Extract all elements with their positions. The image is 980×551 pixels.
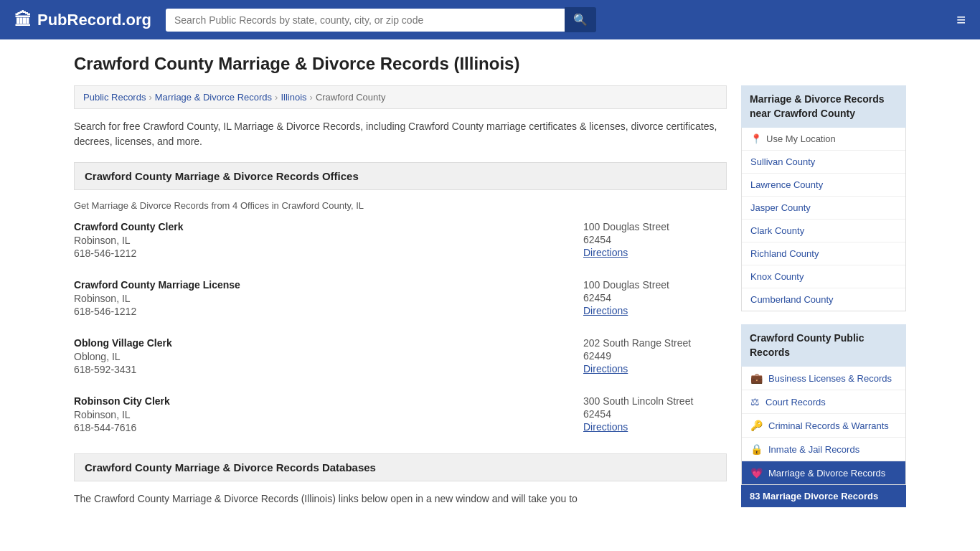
office-zip: 62454 <box>583 292 727 303</box>
breadcrumb-current: Crawford County <box>316 92 386 103</box>
sidebar-item-richland[interactable]: Richland County <box>742 242 905 265</box>
main-container: Crawford County Marriage & Divorce Recor… <box>60 39 920 522</box>
sidebar-nearby-list: 📍 Use My Location Sullivan County Lawren… <box>741 128 906 311</box>
office-name: Robinson City Clerk <box>74 395 555 407</box>
office-address: 100 Douglas Street <box>583 221 727 232</box>
sidebar-public-records-header: Crawford County Public Records <box>741 324 906 367</box>
site-header: 🏛 PubRecord.org 🔍 ≡ <box>0 0 980 39</box>
heart-icon: 💗 <box>750 467 763 479</box>
offices-count: Get Marriage & Divorce Records from 4 Of… <box>74 200 727 211</box>
logo-icon: 🏛 <box>14 10 32 30</box>
directions-link[interactable]: Directions <box>583 363 628 375</box>
sidebar-item-court-records[interactable]: ⚖ Court Records <box>742 390 905 414</box>
record-label: Marriage & Divorce Records <box>768 468 885 479</box>
sidebar-item-label: Clark County <box>750 225 804 236</box>
office-entry: Robinson City Clerk Robinson, IL 618-544… <box>74 395 727 439</box>
breadcrumb-illinois[interactable]: Illinois <box>281 92 306 103</box>
bottom-badge: 83 Marriage Divorce Records <box>741 485 906 507</box>
search-bar: 🔍 <box>166 7 596 32</box>
breadcrumb: Public Records › Marriage & Divorce Reco… <box>74 85 727 109</box>
sidebar-item-jasper[interactable]: Jasper County <box>742 197 905 220</box>
sidebar-records-list: 💼 Business Licenses & Records ⚖ Court Re… <box>741 367 906 485</box>
sidebar-item-label: Lawrence County <box>750 179 823 190</box>
office-entry: Crawford County Marriage License Robinso… <box>74 279 727 323</box>
sidebar-item-label: Sullivan County <box>750 156 815 167</box>
sidebar-item-lawrence[interactable]: Lawrence County <box>742 174 905 197</box>
sidebar-use-location[interactable]: 📍 Use My Location <box>742 128 905 151</box>
sidebar-item-label: Richland County <box>750 248 819 259</box>
office-zip: 62454 <box>583 234 727 245</box>
use-location-label: Use My Location <box>766 133 836 144</box>
sidebar-item-sullivan[interactable]: Sullivan County <box>742 151 905 174</box>
breadcrumb-marriage-divorce[interactable]: Marriage & Divorce Records <box>155 92 272 103</box>
main-content: Public Records › Marriage & Divorce Reco… <box>74 85 727 507</box>
office-address: 100 Douglas Street <box>583 279 727 291</box>
record-label: Business Licenses & Records <box>768 373 892 384</box>
breadcrumb-sep-2: › <box>275 92 278 103</box>
scales-icon: ⚖ <box>750 396 760 408</box>
office-zip: 62454 <box>583 408 727 420</box>
search-button[interactable]: 🔍 <box>565 7 596 32</box>
record-label: Criminal Records & Warrants <box>768 420 889 431</box>
office-name: Oblong Village Clerk <box>74 337 555 349</box>
sidebar-nearby-header: Marriage & Divorce Records near Crawford… <box>741 85 906 128</box>
office-list: Crawford County Clerk Robinson, IL 618-5… <box>74 221 727 439</box>
page-description: Search for free Crawford County, IL Marr… <box>74 119 727 149</box>
directions-link[interactable]: Directions <box>583 421 628 433</box>
breadcrumb-public-records[interactable]: Public Records <box>83 92 146 103</box>
sidebar-item-business-licenses[interactable]: 💼 Business Licenses & Records <box>742 367 905 390</box>
directions-link[interactable]: Directions <box>583 247 628 258</box>
breadcrumb-sep-3: › <box>310 92 313 103</box>
sidebar-item-label: Knox County <box>750 271 804 282</box>
menu-button[interactable]: ≡ <box>956 11 966 29</box>
key-icon: 🔑 <box>750 420 763 431</box>
office-city: Robinson, IL <box>74 293 555 304</box>
office-city: Robinson, IL <box>74 235 555 246</box>
sidebar-item-inmate-records[interactable]: 🔒 Inmate & Jail Records <box>742 438 905 461</box>
search-input[interactable] <box>166 9 565 32</box>
office-name: Crawford County Clerk <box>74 221 555 232</box>
briefcase-icon: 💼 <box>750 372 763 384</box>
record-label: Court Records <box>765 397 826 408</box>
sidebar: Marriage & Divorce Records near Crawford… <box>741 85 906 507</box>
office-name: Crawford County Marriage License <box>74 279 555 291</box>
office-address: 202 South Range Street <box>583 337 727 349</box>
office-phone: 618-546-1212 <box>74 248 555 259</box>
sidebar-item-criminal-records[interactable]: 🔑 Criminal Records & Warrants <box>742 414 905 438</box>
office-city: Robinson, IL <box>74 409 555 420</box>
sidebar-item-label: Jasper County <box>750 202 811 213</box>
badge-text: 83 Marriage Divorce Records <box>750 491 878 501</box>
directions-link[interactable]: Directions <box>583 305 628 316</box>
sidebar-nearby-section: Marriage & Divorce Records near Crawford… <box>741 85 906 311</box>
office-entry: Crawford County Clerk Robinson, IL 618-5… <box>74 221 727 265</box>
office-zip: 62449 <box>583 350 727 362</box>
sidebar-item-clark[interactable]: Clark County <box>742 220 905 242</box>
databases-description: The Crawford County Marriage & Divorce R… <box>74 491 727 507</box>
office-phone: 618-592-3431 <box>74 364 555 375</box>
content-layout: Public Records › Marriage & Divorce Reco… <box>74 85 906 507</box>
sidebar-item-marriage-divorce[interactable]: 💗 Marriage & Divorce Records <box>742 461 905 484</box>
lock-icon: 🔒 <box>750 443 763 455</box>
page-title: Crawford County Marriage & Divorce Recor… <box>74 54 906 74</box>
databases-section-header: Crawford County Marriage & Divorce Recor… <box>74 453 727 481</box>
breadcrumb-sep-1: › <box>149 92 151 103</box>
office-phone: 618-544-7616 <box>74 422 555 433</box>
office-phone: 618-546-1212 <box>74 306 555 317</box>
office-address: 300 South Lincoln Street <box>583 395 727 407</box>
offices-section-header: Crawford County Marriage & Divorce Recor… <box>74 162 727 190</box>
logo-text: PubRecord.org <box>37 11 151 29</box>
site-logo[interactable]: 🏛 PubRecord.org <box>14 10 151 30</box>
location-icon: 📍 <box>750 133 762 144</box>
office-entry: Oblong Village Clerk Oblong, IL 618-592-… <box>74 337 727 381</box>
record-label: Inmate & Jail Records <box>768 444 859 455</box>
sidebar-item-label: Cumberland County <box>750 294 834 305</box>
sidebar-public-records-section: Crawford County Public Records 💼 Busines… <box>741 324 906 485</box>
sidebar-item-cumberland[interactable]: Cumberland County <box>742 288 905 311</box>
office-city: Oblong, IL <box>74 351 555 362</box>
sidebar-item-knox[interactable]: Knox County <box>742 265 905 288</box>
